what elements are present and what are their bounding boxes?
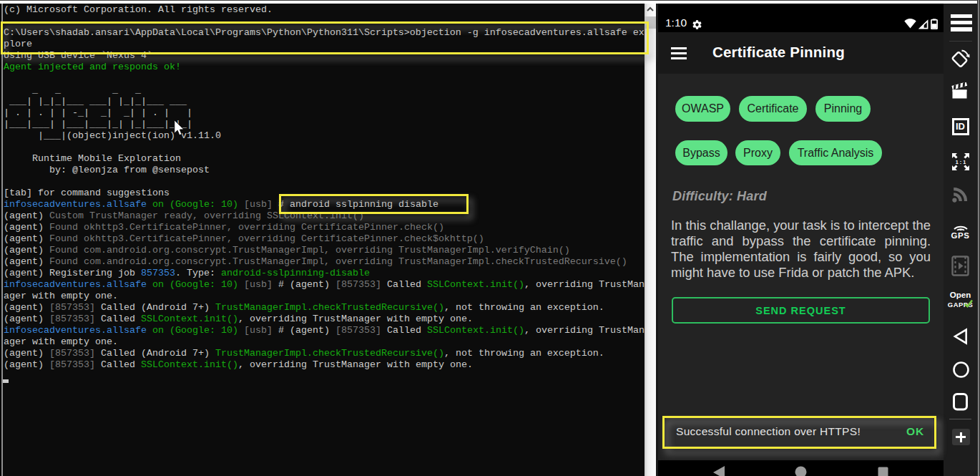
svg-text:1 : 1: 1 : 1 (955, 159, 965, 165)
